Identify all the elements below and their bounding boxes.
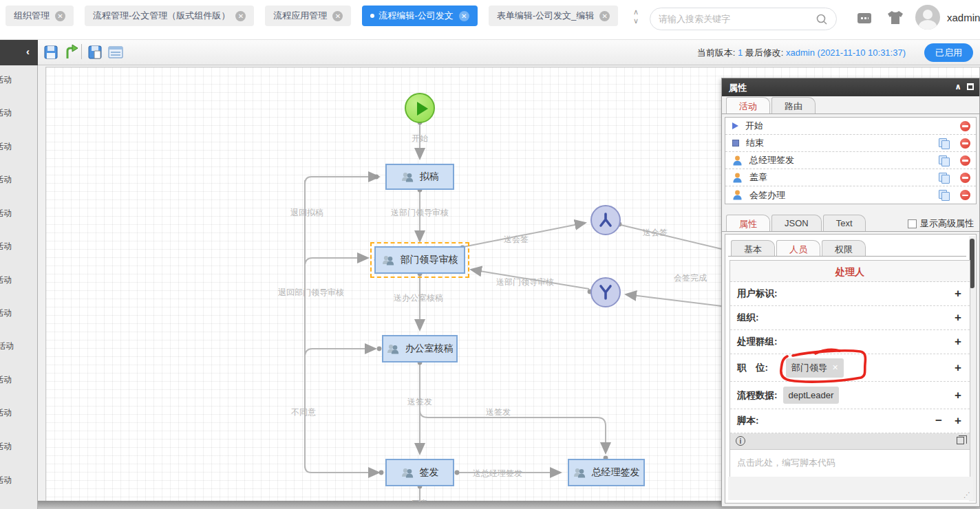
palette-item[interactable]: 活动 bbox=[0, 74, 38, 86]
node-label: 部门领导审核 bbox=[401, 254, 458, 266]
node-palette: 活动 活动 活动 活动 活动 活动 活动 活动 程活动 活动 活动 活动 活动 bbox=[0, 65, 38, 509]
node-label: 办公室核稿 bbox=[405, 343, 454, 355]
activity-row-seal[interactable]: 盖章 bbox=[725, 169, 976, 186]
panel-tabs-activity-route: 活动 路由 bbox=[726, 97, 816, 113]
node-draft[interactable]: 拟稿 bbox=[385, 164, 454, 190]
tab-underline bbox=[722, 113, 979, 114]
node-office-review[interactable]: 办公室核稿 bbox=[382, 335, 458, 362]
split-icon bbox=[598, 212, 613, 228]
delete-icon[interactable] bbox=[960, 173, 970, 183]
tab-scroll-chevrons[interactable]: ∧∨ bbox=[630, 8, 641, 31]
tab-activity[interactable]: 活动 bbox=[726, 97, 770, 113]
remove-icon[interactable]: − bbox=[935, 414, 942, 428]
messages-icon[interactable] bbox=[858, 13, 871, 23]
field-script: 脚本: − + bbox=[730, 409, 970, 433]
search-input[interactable] bbox=[659, 14, 816, 24]
close-icon[interactable]: ✕ bbox=[235, 11, 246, 21]
panel-header[interactable]: 属性 ∧ bbox=[722, 78, 979, 96]
form-view-icon[interactable] bbox=[107, 44, 124, 61]
add-icon[interactable]: + bbox=[955, 311, 961, 325]
add-icon[interactable]: + bbox=[955, 335, 961, 349]
add-icon[interactable]: + bbox=[955, 361, 961, 375]
theme-shirt-icon[interactable] bbox=[886, 10, 904, 26]
palette-item[interactable]: 活动 bbox=[0, 407, 38, 419]
avatar[interactable] bbox=[915, 5, 940, 30]
tab-permission[interactable]: 权限 bbox=[822, 240, 866, 257]
palette-item[interactable]: 活动 bbox=[0, 208, 38, 219]
palette-item[interactable]: 活动 bbox=[0, 307, 38, 319]
activity-row-start[interactable]: 开始 bbox=[725, 118, 976, 135]
field-user-id: 用户标识: + bbox=[730, 282, 970, 306]
tab-process-management[interactable]: 流程管理-公文管理（版式组件版） ✕ bbox=[85, 6, 254, 26]
field-position: 职 位: 部门领导 ✕ + bbox=[730, 354, 970, 382]
copy-icon[interactable] bbox=[939, 155, 949, 166]
node-sign[interactable]: 签发 bbox=[385, 459, 454, 486]
palette-item[interactable]: 活动 bbox=[0, 475, 38, 486]
popout-icon[interactable] bbox=[957, 437, 964, 444]
add-icon[interactable]: + bbox=[955, 389, 961, 402]
tab-route[interactable]: 路由 bbox=[771, 97, 816, 113]
save-as-icon[interactable] bbox=[87, 44, 103, 61]
add-icon[interactable]: + bbox=[955, 414, 961, 428]
close-icon[interactable]: ✕ bbox=[332, 11, 343, 21]
tab-basic[interactable]: 基本 bbox=[731, 240, 775, 257]
edge-label: 不同意 bbox=[291, 407, 316, 418]
delete-icon[interactable] bbox=[960, 155, 970, 166]
info-icon[interactable]: i bbox=[736, 436, 745, 446]
palette-item[interactable]: 活动 bbox=[0, 141, 38, 153]
palette-item[interactable]: 程活动 bbox=[0, 340, 37, 352]
palette-item[interactable]: 活动 bbox=[0, 274, 38, 286]
split-gateway-node[interactable] bbox=[590, 205, 621, 235]
properties-panel: 属性 ∧ 活动 路由 开始 结束 bbox=[721, 78, 980, 507]
palette-item[interactable]: 活动 bbox=[0, 441, 38, 453]
palette-item[interactable]: 活动 bbox=[0, 374, 38, 386]
activity-row-end[interactable]: 结束 bbox=[725, 135, 976, 152]
edge-label: 送办公室核稿 bbox=[394, 292, 443, 304]
palette-item[interactable]: 活动 bbox=[0, 107, 38, 119]
resize-grip[interactable]: ⋰ bbox=[963, 491, 971, 499]
tab-person[interactable]: 人员 bbox=[776, 240, 820, 257]
copy-icon[interactable] bbox=[939, 190, 949, 200]
tab-form-edit[interactable]: 表单编辑-公司发文_编辑 ✕ bbox=[489, 6, 619, 26]
close-icon[interactable]: ✕ bbox=[459, 11, 469, 21]
activity-row-gm-sign[interactable]: 总经理签发 bbox=[725, 152, 976, 169]
activity-row-countersign[interactable]: 会签办理 bbox=[725, 186, 976, 204]
close-icon[interactable]: ✕ bbox=[55, 11, 65, 21]
node-dept-review[interactable]: 部门领导审核 bbox=[374, 246, 465, 274]
validate-flow-icon[interactable] bbox=[63, 44, 80, 61]
activity-label: 盖章 bbox=[749, 171, 767, 184]
search-icon[interactable] bbox=[816, 13, 828, 25]
person-icon bbox=[732, 190, 743, 200]
tab-property[interactable]: 属性 bbox=[726, 215, 770, 231]
activity-label: 结束 bbox=[746, 137, 764, 149]
status-enabled-button[interactable]: 已启用 bbox=[924, 43, 973, 62]
copy-icon[interactable] bbox=[939, 138, 949, 149]
remove-chip-icon[interactable]: ✕ bbox=[832, 363, 838, 372]
edge-label: 送会签 bbox=[504, 234, 529, 246]
node-gm-sign[interactable]: 总经理签发 bbox=[568, 459, 645, 486]
position-chip[interactable]: 部门领导 ✕ bbox=[786, 358, 844, 378]
join-gateway-node[interactable] bbox=[590, 277, 621, 307]
flow-data-chip[interactable]: deptLeader bbox=[783, 387, 840, 404]
delete-icon[interactable] bbox=[960, 190, 970, 200]
scrollbar-thumb[interactable] bbox=[970, 239, 974, 288]
close-icon[interactable]: ✕ bbox=[599, 11, 610, 21]
delete-icon[interactable] bbox=[960, 138, 970, 149]
start-node[interactable] bbox=[405, 93, 435, 123]
add-icon[interactable]: + bbox=[955, 287, 961, 301]
collapse-icon[interactable]: ∧ bbox=[955, 82, 961, 91]
maximize-icon[interactable] bbox=[967, 83, 974, 90]
save-icon[interactable] bbox=[43, 44, 59, 61]
node-label: 总经理签发 bbox=[592, 466, 640, 479]
tab-process-app-management[interactable]: 流程应用管理 ✕ bbox=[265, 6, 351, 26]
delete-icon[interactable] bbox=[960, 121, 970, 131]
tab-org-management[interactable]: 组织管理 ✕ bbox=[6, 6, 74, 26]
collapse-palette-button[interactable]: ‹ bbox=[0, 40, 38, 65]
copy-icon[interactable] bbox=[939, 173, 949, 183]
tab-process-edit-active[interactable]: 流程编辑-公司发文 ✕ bbox=[362, 6, 477, 26]
checkbox[interactable] bbox=[908, 219, 917, 228]
tab-json[interactable]: JSON bbox=[771, 215, 822, 231]
tab-text[interactable]: Text bbox=[823, 215, 866, 231]
palette-item[interactable]: 活动 bbox=[0, 241, 38, 252]
palette-item[interactable]: 活动 bbox=[0, 174, 38, 186]
